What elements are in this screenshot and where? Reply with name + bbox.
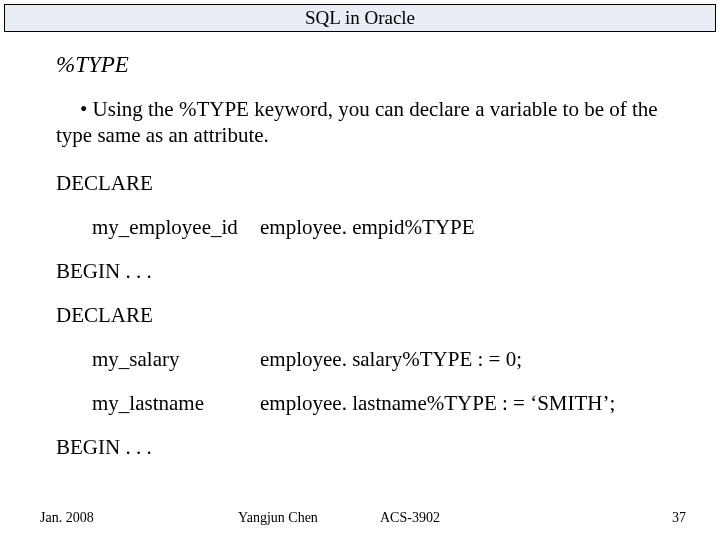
- code-row-1: my_employee_id employee. empid%TYPE: [92, 214, 696, 240]
- title-bar: SQL in Oracle: [4, 4, 716, 32]
- code-begin-2: BEGIN . . .: [56, 434, 696, 460]
- code-var-3: my_lastname: [92, 390, 260, 416]
- code-declare-2: DECLARE: [56, 302, 696, 328]
- slide-title: SQL in Oracle: [305, 7, 415, 29]
- code-type-3: employee. lastname%TYPE : = ‘SMITH’;: [260, 390, 696, 416]
- code-type-1: employee. empid%TYPE: [260, 214, 696, 240]
- bullet-body: Using the %TYPE keyword, you can declare…: [56, 97, 658, 147]
- code-var-2: my_salary: [92, 346, 260, 372]
- bullet-text: • Using the %TYPE keyword, you can decla…: [56, 96, 696, 148]
- bullet-marker: •: [80, 97, 87, 121]
- bullet-item: • Using the %TYPE keyword, you can decla…: [80, 96, 696, 148]
- footer-page: 37: [672, 510, 686, 526]
- code-declare-1: DECLARE: [56, 170, 696, 196]
- footer-date: Jan. 2008: [40, 510, 94, 526]
- slide-body: %TYPE • Using the %TYPE keyword, you can…: [56, 52, 696, 478]
- footer-course: ACS-3902: [380, 510, 440, 526]
- footer-author: Yangjun Chen: [238, 510, 318, 526]
- code-var-1: my_employee_id: [92, 214, 260, 240]
- section-heading: %TYPE: [56, 52, 696, 78]
- code-row-2: my_salary employee. salary%TYPE : = 0;: [92, 346, 696, 372]
- code-begin-1: BEGIN . . .: [56, 258, 696, 284]
- code-type-2: employee. salary%TYPE : = 0;: [260, 346, 696, 372]
- slide-footer: Jan. 2008 Yangjun Chen ACS-3902 37: [0, 506, 720, 526]
- code-row-3: my_lastname employee. lastname%TYPE : = …: [92, 390, 696, 416]
